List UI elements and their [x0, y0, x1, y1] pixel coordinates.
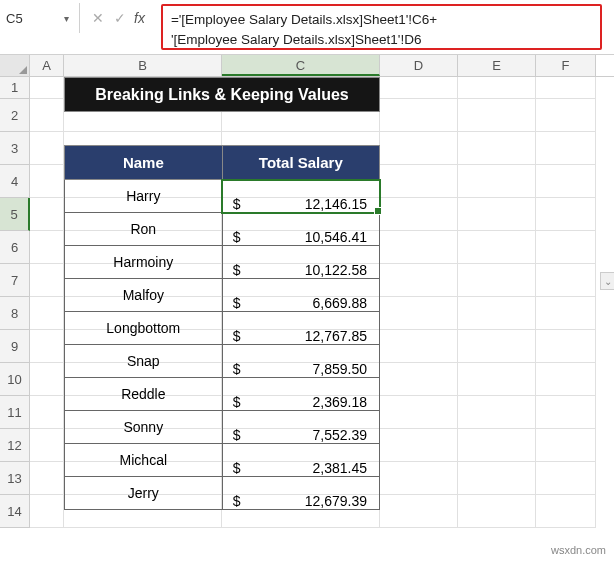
cell[interactable] [380, 297, 458, 330]
cell[interactable] [30, 495, 64, 528]
row-header[interactable]: 1 [0, 77, 30, 99]
cell[interactable] [30, 462, 64, 495]
cell[interactable] [458, 77, 536, 99]
cell[interactable] [458, 231, 536, 264]
cell-salary[interactable]: $6,669.88 [222, 279, 379, 312]
header-salary[interactable]: Total Salary [222, 146, 379, 180]
cell-name[interactable]: Longbottom [65, 312, 223, 345]
select-all-corner[interactable] [0, 55, 30, 76]
cell[interactable] [536, 495, 596, 528]
cell[interactable] [380, 165, 458, 198]
row-header[interactable]: 13 [0, 462, 30, 495]
column-header-E[interactable]: E [458, 55, 536, 76]
cell[interactable] [30, 132, 64, 165]
cell-name[interactable]: Michcal [65, 444, 223, 477]
cell[interactable] [380, 495, 458, 528]
cell-salary[interactable]: $7,552.39 [222, 411, 379, 444]
cell[interactable] [458, 330, 536, 363]
cell[interactable] [30, 165, 64, 198]
cell[interactable] [458, 198, 536, 231]
cell-name[interactable]: Harmoiny [65, 246, 223, 279]
cell[interactable] [458, 396, 536, 429]
row-header[interactable]: 11 [0, 396, 30, 429]
cell[interactable] [536, 165, 596, 198]
cell[interactable] [458, 132, 536, 165]
cell[interactable] [536, 297, 596, 330]
cell[interactable] [380, 429, 458, 462]
cell[interactable] [458, 429, 536, 462]
header-name[interactable]: Name [65, 146, 223, 180]
cell-salary[interactable]: $2,369.18 [222, 378, 379, 411]
cell-salary[interactable]: $10,546.41 [222, 213, 379, 246]
cell[interactable] [30, 396, 64, 429]
cell[interactable] [30, 330, 64, 363]
chevron-down-icon[interactable]: ▾ [59, 13, 73, 24]
cell[interactable] [380, 132, 458, 165]
cell[interactable] [536, 198, 596, 231]
row-header[interactable]: 10 [0, 363, 30, 396]
row-header[interactable]: 9 [0, 330, 30, 363]
cell[interactable] [380, 462, 458, 495]
cell[interactable] [30, 429, 64, 462]
row-header[interactable]: 12 [0, 429, 30, 462]
cell[interactable] [30, 99, 64, 132]
column-header-A[interactable]: A [30, 55, 64, 76]
row-header[interactable]: 14 [0, 495, 30, 528]
cell-salary[interactable]: $2,381.45 [222, 444, 379, 477]
cell[interactable] [380, 99, 458, 132]
cell[interactable] [380, 396, 458, 429]
cell-name[interactable]: Malfoy [65, 279, 223, 312]
cell[interactable] [380, 198, 458, 231]
row-header[interactable]: 8 [0, 297, 30, 330]
cell[interactable] [536, 77, 596, 99]
cell[interactable] [380, 330, 458, 363]
cell[interactable] [536, 330, 596, 363]
row-header[interactable]: 7 [0, 264, 30, 297]
row-header[interactable]: 5 [0, 198, 30, 231]
cell[interactable] [536, 462, 596, 495]
cell[interactable] [536, 99, 596, 132]
cell[interactable] [30, 297, 64, 330]
column-header-B[interactable]: B [64, 55, 222, 76]
row-header[interactable]: 4 [0, 165, 30, 198]
cell[interactable] [458, 363, 536, 396]
cell-salary[interactable]: $10,122.58 [222, 246, 379, 279]
cell-name[interactable]: Sonny [65, 411, 223, 444]
row-header[interactable]: 2 [0, 99, 30, 132]
formula-input[interactable]: ='[Employee Salary Details.xlsx]Sheet1'!… [161, 4, 602, 50]
cell[interactable] [30, 198, 64, 231]
cell[interactable] [458, 495, 536, 528]
cell[interactable] [30, 363, 64, 396]
cell[interactable] [380, 77, 458, 99]
cell[interactable] [380, 264, 458, 297]
cell[interactable] [536, 231, 596, 264]
cell-salary[interactable]: $7,859.50 [222, 345, 379, 378]
cell[interactable] [536, 264, 596, 297]
cell[interactable] [458, 297, 536, 330]
cell-salary[interactable]: $12,679.39 [222, 477, 379, 510]
cell[interactable] [536, 132, 596, 165]
cell[interactable] [536, 363, 596, 396]
cell[interactable] [536, 396, 596, 429]
cell-name[interactable]: Harry [65, 180, 223, 213]
cell-salary-selected[interactable]: $12,146.15 [222, 180, 379, 213]
cell[interactable] [458, 99, 536, 132]
check-icon[interactable]: ✓ [112, 10, 128, 26]
cell-salary[interactable]: $12,767.85 [222, 312, 379, 345]
column-header-F[interactable]: F [536, 55, 596, 76]
fx-icon[interactable]: fx [134, 10, 145, 26]
cell[interactable] [458, 264, 536, 297]
cell-name[interactable]: Jerry [65, 477, 223, 510]
cell[interactable] [536, 429, 596, 462]
column-header-D[interactable]: D [380, 55, 458, 76]
cell[interactable] [458, 462, 536, 495]
name-box[interactable]: C5 ▾ [0, 3, 80, 33]
cell-name[interactable]: Snap [65, 345, 223, 378]
cell[interactable] [458, 165, 536, 198]
cell[interactable] [380, 231, 458, 264]
row-header[interactable]: 3 [0, 132, 30, 165]
cell[interactable] [380, 363, 458, 396]
column-header-C[interactable]: C [222, 55, 380, 76]
cell[interactable] [30, 77, 64, 99]
row-header[interactable]: 6 [0, 231, 30, 264]
